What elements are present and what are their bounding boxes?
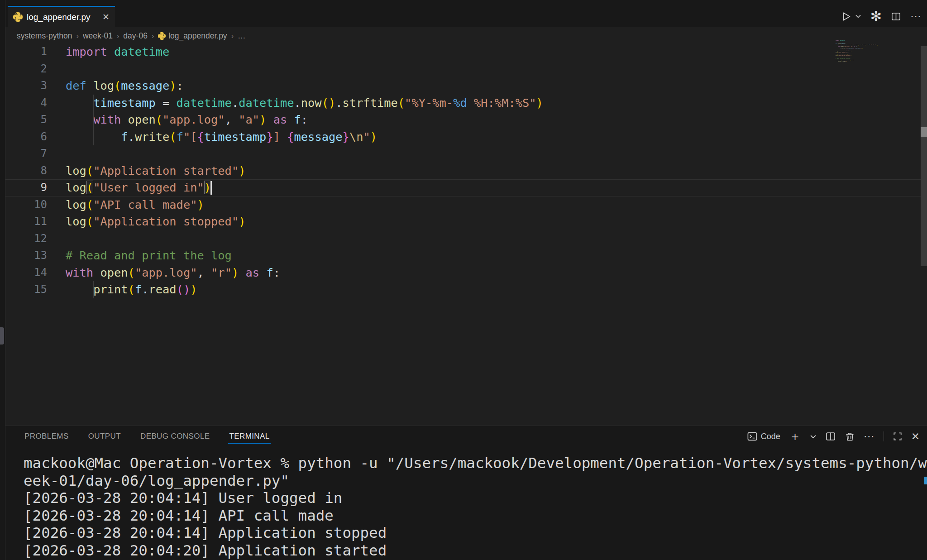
code-token: ) <box>239 164 245 177</box>
terminal-line: [2026-03-28 20:04:14] API call made <box>24 507 334 525</box>
code-line: log("User logged in") <box>66 179 211 196</box>
shell-label[interactable]: Code <box>761 432 780 441</box>
code-token: . <box>128 130 135 144</box>
code-line: import datetime <box>836 40 845 41</box>
code-token: " <box>363 130 370 144</box>
code-token: "API call made" <box>93 198 197 211</box>
more-actions-icon[interactable]: ⋯ <box>910 10 922 23</box>
code-token: "a" <box>239 113 259 126</box>
code-token: f <box>135 282 142 296</box>
activity-rail <box>0 0 5 560</box>
breadcrumb-separator: › <box>152 32 154 40</box>
terminal-output[interactable]: mackook@Mac Operation-Vortex % python -u… <box>5 447 927 560</box>
line-number: 11 <box>14 213 47 230</box>
code-token: "Application started" <box>93 164 239 177</box>
code-token: : <box>854 59 854 61</box>
code-line: with open("app.log", "r") as f: <box>66 264 280 282</box>
terminal-line: mackook@Mac Operation-Vortex % python -u… <box>24 455 927 472</box>
code-token <box>93 266 100 279</box>
code-token: { <box>287 130 294 144</box>
breadcrumb-item[interactable]: log_appender.py <box>158 31 227 41</box>
line-number: 8 <box>14 163 47 180</box>
breadcrumb-item[interactable]: week-01 <box>83 31 113 41</box>
code-line: f.write(f"[{timestamp}] {message}\n") <box>836 47 863 48</box>
editor-scrollbar[interactable] <box>921 46 927 266</box>
maximize-panel-icon[interactable] <box>893 431 903 441</box>
code-token: ) <box>846 61 847 62</box>
panel-tab-debug-console[interactable]: DEBUG CONSOLE <box>139 427 211 445</box>
indent-guide <box>93 281 94 298</box>
panel-more-icon[interactable]: ⋯ <box>864 430 875 443</box>
editor-tab[interactable]: log_appender.py ✕ <box>8 6 115 27</box>
code-token: log <box>66 198 86 211</box>
code-token: = <box>156 96 177 110</box>
code-token: def <box>66 79 86 92</box>
code-token: as <box>273 113 287 126</box>
breadcrumb-separator: › <box>231 32 234 40</box>
code-line: timestamp = datetime.datetime.now().strf… <box>66 95 543 112</box>
code-token: log <box>66 215 86 228</box>
line-number: 13 <box>14 247 47 264</box>
code-token: %H:%M:%S" <box>467 96 536 110</box>
code-token: "app.log" <box>135 266 197 279</box>
terminal-line: [2026-03-28 20:04:20] Application starte… <box>24 542 387 560</box>
code-token <box>121 113 128 126</box>
code-line: import datetime <box>66 43 169 61</box>
toolbar-separator <box>884 431 884 441</box>
panel-tab-problems[interactable]: PROBLEMS <box>24 427 70 445</box>
code-token: ) <box>536 96 543 110</box>
panel-tabs: PROBLEMSOUTPUTDEBUG CONSOLETERMINAL <box>24 426 271 447</box>
tab-close-icon[interactable]: ✕ <box>102 13 110 21</box>
minimap[interactable]: import datetimedef log(message): timesta… <box>836 40 892 137</box>
code-token: . <box>335 96 342 110</box>
panel-tab-terminal[interactable]: TERMINAL <box>228 427 270 445</box>
code-token: ( <box>169 130 176 144</box>
new-terminal-icon[interactable]: ＋ <box>789 431 801 443</box>
code-token: ) <box>190 282 197 296</box>
close-panel-icon[interactable]: ✕ <box>911 431 920 443</box>
code-token <box>66 96 93 110</box>
code-token: ( <box>86 181 93 194</box>
gpt-icon[interactable]: ✻ <box>870 10 882 23</box>
code-token: ( <box>128 266 135 279</box>
panel-tab-output[interactable]: OUTPUT <box>87 427 122 445</box>
code-token: . <box>232 96 239 110</box>
split-terminal-icon[interactable] <box>825 431 836 442</box>
breadcrumb-item[interactable]: systems-python <box>17 31 72 41</box>
run-button[interactable] <box>841 11 861 22</box>
code-token: ( <box>156 113 162 126</box>
line-number: 7 <box>14 145 47 163</box>
breadcrumb-item[interactable]: day-06 <box>123 31 148 41</box>
code-token: strftime <box>343 96 398 110</box>
code-token: ) <box>239 215 245 228</box>
code-token: import <box>66 45 107 58</box>
kill-terminal-icon[interactable] <box>845 431 855 442</box>
code-token: write <box>135 130 169 144</box>
code-token: "%Y-%m- <box>865 44 870 46</box>
code-token: "Application stopped" <box>93 215 239 228</box>
rail-drag-handle[interactable] <box>0 327 4 345</box>
code-token <box>239 266 245 279</box>
code-token: print <box>838 61 841 62</box>
code-token <box>287 113 294 126</box>
terminal-dropdown-icon[interactable] <box>810 433 817 440</box>
chevron-down-icon <box>855 13 861 19</box>
breadcrumb-item[interactable]: … <box>238 31 246 41</box>
code-token: , <box>225 113 239 126</box>
python-icon <box>13 12 23 22</box>
code-token: log <box>93 79 114 92</box>
code-token: f <box>266 266 273 279</box>
code-line: log("Application started") <box>66 163 245 180</box>
code-token: %d <box>453 96 467 110</box>
split-editor-icon[interactable] <box>891 11 901 22</box>
code-token: datetime <box>177 96 232 110</box>
code-token: # Read and print the log <box>66 249 232 262</box>
code-token: ) <box>848 52 848 53</box>
breadcrumb: systems-python›week-01›day-06›log_append… <box>5 27 927 45</box>
code-token: open <box>100 266 128 279</box>
code-token: timestamp <box>93 96 156 110</box>
code-editor[interactable]: 123456789101112131415 import datetimedef… <box>5 45 927 426</box>
line-number: 1 <box>14 43 47 61</box>
code-token: message <box>294 130 343 144</box>
line-number: 2 <box>14 61 47 78</box>
